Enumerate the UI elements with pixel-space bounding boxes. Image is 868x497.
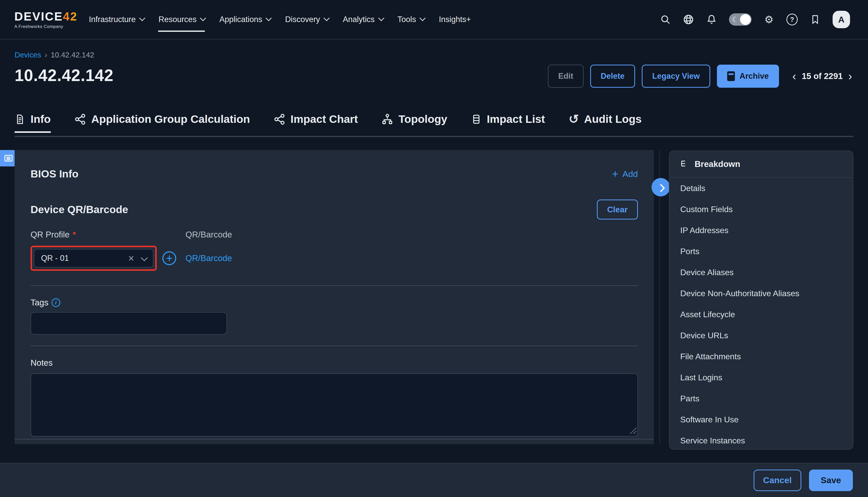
device-action-buttons: Edit Delete Legacy View Archive ‹ 15 of …	[548, 65, 852, 88]
top-navigation-bar: DEVICE42 A Freshworks Company Infrastruc…	[0, 0, 868, 40]
add-bios-button[interactable]: + Add	[612, 169, 638, 180]
sidebar-item-asset-lifecycle[interactable]: Asset Lifecycle	[669, 304, 853, 325]
breadcrumb-devices-link[interactable]: Devices	[15, 51, 41, 59]
nav-item-discovery[interactable]: Discovery	[285, 15, 328, 24]
qr-profile-select[interactable]: QR - 01 ×	[34, 249, 153, 268]
nav-item-resources[interactable]: Resources	[158, 15, 204, 24]
settings-gear-icon[interactable]: ⚙	[763, 14, 774, 25]
device42-app-window: DEVICE42 A Freshworks Company Infrastruc…	[0, 0, 868, 497]
qr-profile-value: QR - 01	[41, 254, 128, 263]
add-qr-profile-button[interactable]: +	[162, 251, 176, 265]
history-icon: ↺	[569, 113, 579, 125]
sidebar-item-ip-addresses[interactable]: IP Addresses	[669, 220, 853, 241]
chevron-down-icon	[378, 15, 384, 21]
sidebar-item-details[interactable]: Details	[669, 178, 853, 199]
logo-wordmark: DEVICE42	[14, 11, 77, 22]
archive-box-icon	[727, 71, 735, 81]
sidebar-item-parts[interactable]: Parts	[669, 388, 853, 409]
qr-barcode-row: Device QR/Barcode Clear	[30, 200, 638, 219]
qr-profile-grid: QR Profile * QR/Barcode QR - 01 × + QR/B…	[30, 230, 638, 271]
sitemap-icon	[381, 113, 393, 125]
legacy-view-button[interactable]: Legacy View	[642, 65, 711, 88]
chevron-down-icon	[139, 15, 145, 21]
breadcrumb: Devices › 10.42.42.142	[15, 51, 853, 59]
qr-profile-field: QR - 01 × +	[30, 246, 185, 271]
device-qr-heading: Device QR/Barcode	[30, 204, 128, 216]
logo-tagline: A Freshworks Company	[14, 24, 77, 29]
device42-logo[interactable]: DEVICE42 A Freshworks Company	[14, 11, 77, 29]
required-asterisk: *	[73, 230, 76, 240]
main-menu: Infrastructure Resources Applications Di…	[89, 15, 471, 24]
delete-button[interactable]: Delete	[590, 65, 635, 88]
nav-item-analytics[interactable]: Analytics	[343, 15, 383, 24]
tab-topology[interactable]: Topology	[381, 113, 447, 132]
list-panel-icon	[4, 153, 13, 163]
chevron-down-icon	[419, 15, 426, 21]
user-avatar[interactable]: A	[833, 11, 850, 28]
record-pagination: ‹ 15 of 2291 ›	[792, 71, 852, 82]
sidebar-item-file-attachments[interactable]: File Attachments	[669, 346, 853, 367]
annotation-highlight-box: QR - 01 ×	[30, 246, 157, 271]
notes-label: Notes	[30, 358, 638, 368]
nav-item-applications[interactable]: Applications	[219, 15, 270, 24]
section-divider	[30, 345, 638, 346]
sidebar-item-device-non-authoritative-aliases[interactable]: Device Non-Authoritative Aliases	[669, 283, 853, 304]
tab-info[interactable]: Info	[15, 113, 51, 132]
bookmark-icon[interactable]	[810, 14, 821, 25]
plus-icon: +	[612, 169, 618, 180]
breakdown-header: Breakdown	[669, 151, 853, 178]
sidebar-item-device-urls[interactable]: Device URLs	[669, 325, 853, 346]
bios-info-row: BIOS Info + Add	[30, 150, 638, 180]
sidebar-item-last-logins[interactable]: Last Logins	[669, 367, 853, 388]
section-divider	[30, 285, 638, 286]
globe-icon[interactable]	[683, 14, 694, 25]
sidebar-item-device-aliases[interactable]: Device Aliases	[669, 262, 853, 283]
next-record-icon[interactable]: ›	[848, 71, 852, 82]
collapse-sidebar-button[interactable]	[652, 178, 670, 196]
sidebar-item-service-instances[interactable]: Service Instances	[669, 430, 853, 450]
nav-item-insights[interactable]: Insights+	[439, 15, 471, 24]
file-icon	[15, 113, 25, 125]
prev-record-icon[interactable]: ‹	[792, 71, 796, 82]
info-icon[interactable]: i	[52, 298, 60, 307]
theme-toggle[interactable]: ☾	[729, 13, 752, 26]
sidebar-item-ports[interactable]: Ports	[669, 241, 853, 262]
sidebar-item-custom-fields[interactable]: Custom Fields	[669, 199, 853, 220]
edit-button[interactable]: Edit	[548, 65, 584, 88]
tags-label: Tags i	[30, 298, 638, 308]
share-nodes-icon	[74, 113, 86, 125]
save-button[interactable]: Save	[809, 470, 853, 491]
breadcrumb-current: 10.42.42.142	[51, 51, 94, 59]
tab-audit-logs[interactable]: ↺ Audit Logs	[569, 113, 642, 132]
pagination-label: 15 of 2291	[802, 71, 843, 81]
chevron-down-icon	[324, 15, 330, 21]
qr-barcode-link[interactable]: QR/Barcode	[185, 253, 638, 263]
breakdown-title: Breakdown	[695, 159, 740, 169]
cancel-button[interactable]: Cancel	[754, 470, 801, 491]
notes-field	[30, 373, 638, 437]
help-icon[interactable]: ?	[786, 14, 798, 25]
tab-impact-list[interactable]: Impact List	[471, 113, 545, 132]
panel-bottom-divider	[15, 439, 654, 440]
tags-input[interactable]	[30, 312, 227, 335]
share-nodes-icon	[274, 113, 285, 125]
sidebar-item-software-in-use[interactable]: Software In Use	[669, 409, 853, 430]
archive-button[interactable]: Archive	[717, 65, 779, 88]
nav-item-tools[interactable]: Tools	[398, 15, 424, 24]
clear-button[interactable]: Clear	[597, 200, 638, 219]
search-icon[interactable]	[660, 14, 671, 25]
notifications-bell-icon[interactable]	[706, 14, 717, 25]
nav-item-infrastructure[interactable]: Infrastructure	[89, 15, 144, 24]
notes-textarea[interactable]	[30, 373, 638, 437]
breadcrumb-separator: ›	[45, 51, 47, 59]
chevron-down-icon	[266, 15, 272, 21]
topbar-actions: ☾ ⚙ ? A	[660, 11, 850, 28]
tab-application-group-calculation[interactable]: Application Group Calculation	[74, 113, 250, 132]
qr-barcode-label: QR/Barcode	[185, 230, 638, 240]
chevron-down-icon	[200, 15, 206, 21]
tab-impact-chart[interactable]: Impact Chart	[274, 113, 358, 132]
bios-info-heading: BIOS Info	[30, 168, 79, 180]
clear-selection-icon[interactable]: ×	[128, 253, 134, 264]
form-footer-bar: Cancel Save	[0, 463, 868, 497]
chevron-down-icon[interactable]	[141, 254, 148, 261]
